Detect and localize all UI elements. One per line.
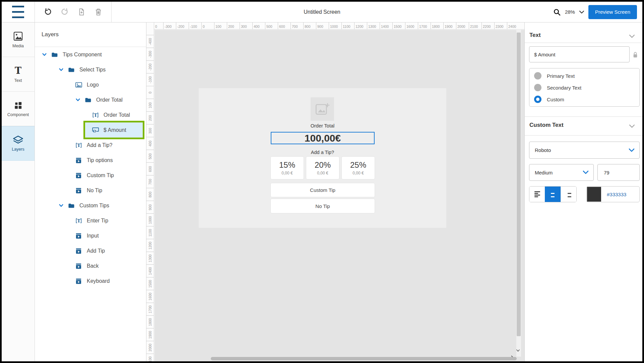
layer-row-add-a-tip[interactable]: TAdd a Tip? xyxy=(35,138,146,153)
ruler-label: 1100 xyxy=(146,226,154,239)
image-placeholder[interactable] xyxy=(311,97,334,121)
ruler-label: 600 xyxy=(146,162,154,175)
component-icon xyxy=(75,278,83,284)
canvas[interactable]: Order Total 100,00€ Add a Tip? 15% 0,00 … xyxy=(154,30,524,361)
ruler-label: 500 xyxy=(265,22,278,30)
chevron-down-icon[interactable] xyxy=(59,67,65,72)
artboard[interactable]: Order Total 100,00€ Add a Tip? 15% 0,00 … xyxy=(199,88,446,228)
layer-row-logo[interactable]: Logo xyxy=(35,77,146,92)
layer-row-order-total[interactable]: Order Total xyxy=(35,92,146,107)
top-toolbar: Untitled Screen 28% Preview Screen xyxy=(2,2,642,22)
layer-row-no-tip[interactable]: No Tip xyxy=(35,183,146,198)
ruler-label: 2100 xyxy=(469,22,481,30)
collapse-text-section-icon[interactable] xyxy=(629,34,635,39)
tab-text[interactable]: T Text xyxy=(2,57,35,92)
preview-screen-button[interactable]: Preview Screen xyxy=(588,5,637,19)
amount-field-selected[interactable]: 100,00€ xyxy=(271,132,375,144)
tip-button-20[interactable]: 20% 0,00 € xyxy=(306,157,339,179)
ruler-label: -100 xyxy=(189,22,201,30)
layer-name-input[interactable] xyxy=(529,46,630,62)
font-weight-select[interactable]: Medium xyxy=(529,164,594,181)
layers-panel-title: Layers xyxy=(35,22,146,47)
undo-button[interactable] xyxy=(40,5,56,19)
tip-button-15[interactable]: 15% 0,00 € xyxy=(271,157,304,179)
component-icon xyxy=(75,233,83,239)
layer-row-custom-tip[interactable]: Custom Tip xyxy=(35,168,146,183)
main-menu-button[interactable] xyxy=(2,2,35,22)
redo-button[interactable] xyxy=(56,5,73,19)
align-left-button[interactable] xyxy=(529,187,545,202)
tip-percent: 15% xyxy=(279,160,295,170)
ruler-label: 1000 xyxy=(146,213,154,226)
custom-tip-button[interactable]: Custom Tip xyxy=(271,183,375,197)
layer-row-order-total[interactable]: TOrder Total xyxy=(35,107,146,122)
vertical-scrollbar-thumb[interactable] xyxy=(517,33,521,336)
layer-row-add-tip[interactable]: Add Tip xyxy=(35,243,146,258)
align-center-button[interactable] xyxy=(545,187,560,202)
edit-actions-group xyxy=(35,2,112,22)
tip-options-row: 15% 0,00 € 20% 0,00 € 25% 0,00 € xyxy=(271,157,375,179)
layer-label: Custom Tips xyxy=(79,203,109,209)
text-color-field[interactable]: #333333 xyxy=(586,186,640,202)
vertical-scrollbar[interactable] xyxy=(516,30,521,357)
ruler-label: 1800 xyxy=(146,315,154,328)
scroll-down-arrow-icon[interactable] xyxy=(516,348,520,353)
tip-percent: 25% xyxy=(350,160,366,170)
layer-row-input[interactable]: Input xyxy=(35,228,146,243)
svg-text:$: $ xyxy=(93,130,95,133)
layer-row-amount[interactable]: $$ Amount xyxy=(35,122,146,138)
radio-secondary-text[interactable]: Secondary Text xyxy=(534,84,581,91)
ruler-label: 0 xyxy=(201,22,214,30)
zoom-icon[interactable] xyxy=(553,8,561,16)
horizontal-scrollbar-thumb[interactable] xyxy=(211,357,517,360)
chevron-down-icon[interactable] xyxy=(42,52,48,57)
layers-panel: Layers Tips ComponentSelect TipsLogoOrde… xyxy=(35,22,146,361)
hamburger-icon xyxy=(12,4,24,20)
layer-row-keyboard[interactable]: Keyboard xyxy=(35,273,146,289)
ruler-label: 1600 xyxy=(146,290,154,303)
layer-row-enter-tip[interactable]: TEnter Tip xyxy=(35,213,146,228)
layer-row-tip-options[interactable]: Tip options xyxy=(35,153,146,168)
chevron-down-icon[interactable] xyxy=(59,203,65,208)
add-a-tip-label: Add a Tip? xyxy=(199,150,446,155)
layer-row-custom-tips[interactable]: Custom Tips xyxy=(35,198,146,213)
layer-label: Order Total xyxy=(96,97,123,103)
radio-primary-text[interactable]: Primary Text xyxy=(534,72,575,80)
color-hex-value[interactable]: #333333 xyxy=(607,192,626,197)
lock-icon[interactable] xyxy=(633,51,638,59)
no-tip-button[interactable]: No Tip xyxy=(271,199,375,213)
zoom-level[interactable]: 28% xyxy=(565,9,575,15)
vertical-ruler: -400-300-200-100010020030040050060070080… xyxy=(146,22,154,361)
collapse-custom-text-icon[interactable] xyxy=(629,123,635,129)
ruler-label: 1300 xyxy=(367,22,380,30)
money-icon: $ xyxy=(92,127,100,133)
layer-row-select-tips[interactable]: Select Tips xyxy=(35,62,146,77)
tab-component[interactable]: Component xyxy=(2,92,35,126)
text-icon: T xyxy=(92,112,100,118)
chevron-down-icon[interactable] xyxy=(75,97,81,102)
order-total-label: Order Total xyxy=(199,123,446,128)
view-controls: 28% Preview Screen xyxy=(553,2,642,22)
folder-icon xyxy=(68,203,75,208)
delete-button[interactable] xyxy=(90,5,107,19)
component-icon xyxy=(75,157,83,163)
new-page-icon xyxy=(77,8,86,16)
ruler-label: 700 xyxy=(146,175,154,188)
text-section-title: Text xyxy=(529,32,541,39)
undo-icon xyxy=(44,8,52,16)
font-family-select[interactable]: Roboto xyxy=(529,142,640,159)
text-icon: T xyxy=(15,66,21,76)
font-weight-value: Medium xyxy=(535,170,553,175)
align-right-button[interactable] xyxy=(561,187,576,202)
ruler-label: 600 xyxy=(278,22,291,30)
chevron-down-icon xyxy=(629,147,635,153)
new-screen-button[interactable] xyxy=(73,5,90,19)
chevron-down-icon[interactable] xyxy=(579,10,584,14)
radio-custom[interactable]: Custom xyxy=(534,96,564,103)
layer-row-back[interactable]: Back xyxy=(35,258,146,273)
tip-button-25[interactable]: 25% 0,00 € xyxy=(342,157,375,179)
layer-row-tips-component[interactable]: Tips Component xyxy=(35,47,146,62)
tab-media[interactable]: Media xyxy=(2,22,35,57)
tab-layers[interactable]: Layers xyxy=(2,126,35,161)
font-size-input[interactable] xyxy=(597,164,640,181)
